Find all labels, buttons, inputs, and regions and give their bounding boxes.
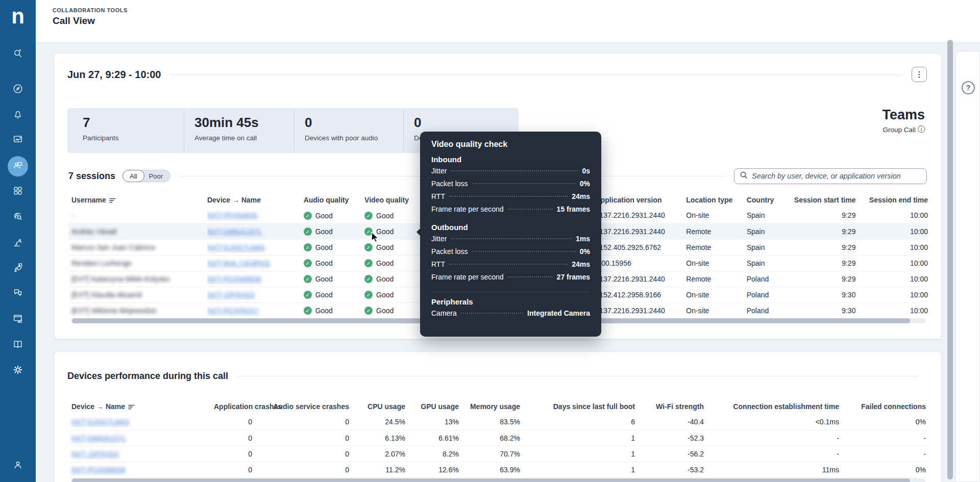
sidebar-item-alerts[interactable] — [8, 105, 28, 125]
nexthink-logo[interactable]: n — [0, 4, 36, 29]
device-link[interactable]: NXT-PFXNAKN — [207, 211, 257, 219]
memory-usage: 63.9% — [459, 462, 520, 477]
col-audio-quality[interactable]: Audio quality — [304, 192, 364, 208]
col-video-quality[interactable]: Video quality — [364, 192, 426, 208]
gear-icon — [12, 364, 23, 377]
device-row[interactable]: NXT-J2FSVG3 0 0 2.07% 8.2% 70.7% 1 -56.2… — [68, 446, 926, 462]
col-gpu-usage[interactable]: GPU usage — [405, 399, 459, 414]
info-icon[interactable]: ⓘ — [918, 125, 925, 134]
session-start: 9:29 — [789, 223, 855, 239]
platform-name: Teams — [882, 107, 925, 123]
audio-quality-value: Good — [315, 212, 333, 220]
person-icon — [12, 459, 23, 472]
good-check-icon — [364, 307, 373, 315]
col-location-type[interactable]: Location type — [686, 192, 746, 208]
wifi-strength: -56.2 — [635, 446, 704, 462]
tooltip-section-heading: Outbound — [431, 223, 590, 232]
session-start: 9:29 — [789, 271, 855, 287]
video-quality-value: Good — [376, 259, 394, 267]
device-link[interactable]: NXT-GJXG7L8AG — [207, 243, 265, 251]
audio-quality-value: Good — [315, 243, 333, 251]
stat-average-time: 30min 45s Average time on call — [184, 108, 294, 153]
sidebar-item-account[interactable] — [8, 455, 28, 476]
device-link[interactable]: NXT-J2FSVG3 — [71, 450, 119, 458]
sidebar-item-automation[interactable] — [8, 233, 28, 253]
col-failed-connections[interactable]: Failed connections — [839, 399, 926, 414]
sidebar-item-settings[interactable] — [8, 361, 28, 381]
sidebar-item-guides[interactable] — [8, 80, 28, 100]
sidebar-item-engage[interactable] — [8, 284, 28, 304]
filter-poor-button[interactable]: Poor — [144, 172, 170, 180]
session-start: 9:30 — [789, 302, 855, 318]
sidebar-item-experience[interactable] — [8, 130, 28, 150]
design-ruler-icon — [12, 313, 23, 326]
video-quality-tooltip: Video quality check Inbound Jitter0s Pac… — [420, 132, 601, 337]
col-device-name[interactable]: Device → Name — [68, 399, 214, 414]
cpu-usage: 2.07% — [349, 446, 405, 462]
device-link[interactable]: NXT-PCGW8GM — [71, 466, 126, 474]
sidebar-item-investigate[interactable] — [8, 44, 28, 64]
good-check-icon — [364, 275, 373, 283]
col-device-name[interactable]: Device → Name — [207, 192, 304, 208]
wifi-strength: -53.2 — [635, 462, 704, 477]
good-check-icon — [364, 227, 373, 236]
good-check-icon — [364, 243, 373, 251]
tooltip-section-heading: Peripherals — [431, 297, 590, 306]
scrollbar-thumb[interactable] — [72, 478, 910, 482]
col-days-since-boot[interactable]: Days since last full boot — [520, 399, 635, 414]
vertical-scrollbar-thumb[interactable] — [947, 40, 953, 479]
filter-all-button[interactable]: All — [122, 170, 144, 182]
gpu-usage: 12.6% — [405, 462, 459, 477]
sidebar-item-applications[interactable] — [8, 182, 28, 202]
country: Poland — [747, 271, 789, 287]
device-row[interactable]: NXT-GMGA1S7L 0 0 6.13% 6.61% 68.2% 1 -52… — [68, 430, 926, 446]
devices-performance-table: Device → Name Application crashes Audio … — [68, 399, 926, 478]
col-session-end[interactable]: Session end time — [855, 192, 928, 208]
sessions-count-title: 7 sessions — [68, 171, 115, 182]
sidebar-item-adoption[interactable] — [8, 259, 28, 279]
col-memory-usage[interactable]: Memory usage — [459, 399, 520, 414]
col-application-crashes[interactable]: Application crashes — [214, 399, 252, 414]
device-link[interactable]: NXT-GJXG7L8AG — [71, 418, 130, 426]
good-check-icon — [304, 227, 312, 236]
search-input[interactable] — [752, 172, 921, 180]
device-row[interactable]: NXT-GJXG7L8AG 0 0 24.5% 13% 83.5% 6 -40.… — [68, 414, 926, 430]
help-button[interactable]: ? — [962, 81, 975, 94]
country: Poland — [747, 287, 789, 302]
memory-usage: 70.7% — [459, 446, 520, 462]
device-link[interactable]: NXT-GMGA1S7L — [71, 434, 126, 442]
col-connection-time[interactable]: Connection establishment time — [704, 399, 839, 414]
device-link[interactable]: NXT-W4L7JG3PKG — [207, 259, 271, 267]
device-row[interactable]: NXT-PCGW8GM 0 0 11.2% 12.6% 63.9% 1 -53.… — [68, 462, 926, 477]
card-menu-button[interactable]: ⋮ — [912, 67, 927, 82]
stat-participants: 7 Participants — [67, 108, 184, 153]
tooltip-metric-row: Frame rate per second27 frames — [431, 273, 590, 286]
username: [EXT] Klaudia Aksamit — [71, 291, 142, 299]
divider — [170, 74, 902, 75]
page-header: COLLABORATION TOOLS Call View — [36, 0, 980, 43]
col-wifi-strength[interactable]: Wi-Fi strength — [635, 399, 704, 414]
sessions-filter-toggle: All Poor — [122, 170, 170, 182]
stat-value: 0 — [305, 115, 403, 131]
robot-arm-icon — [12, 237, 23, 250]
col-cpu-usage[interactable]: CPU usage — [349, 399, 405, 414]
col-username[interactable]: Username — [68, 192, 207, 208]
failed-connections: - — [839, 430, 926, 446]
device-link[interactable]: NXT-J2FSVG3 — [207, 291, 255, 299]
tooltip-metric-row: RTT24ms — [431, 260, 590, 273]
session-start: 9:29 — [789, 239, 855, 255]
country: Spain — [747, 223, 789, 239]
audio-service-crashes: 0 — [252, 430, 349, 446]
col-session-start[interactable]: Session start time — [789, 192, 855, 208]
col-country[interactable]: Country — [747, 192, 789, 208]
sidebar-item-library[interactable] — [8, 335, 28, 356]
monitor-chart-icon — [12, 134, 23, 147]
device-link[interactable]: NXT-GMGA1S7L — [207, 227, 262, 236]
col-application-version[interactable]: Application version — [596, 192, 687, 208]
device-link[interactable]: NXT-PCXF8JX7 — [207, 307, 259, 315]
device-link[interactable]: NXT-PCGW8GM — [207, 275, 261, 283]
connection-time: - — [704, 430, 839, 446]
sidebar-item-collaboration[interactable] — [8, 156, 28, 176]
sidebar-item-design[interactable] — [8, 310, 28, 330]
sidebar-item-diagnostics[interactable] — [8, 207, 28, 227]
